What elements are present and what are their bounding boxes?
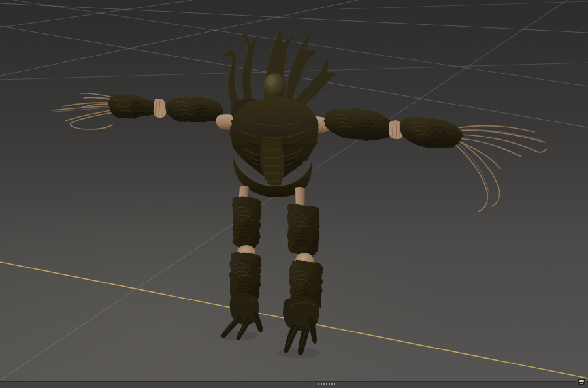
- left-forearm-fur: [108, 94, 156, 118]
- right-leg[interactable]: [283, 187, 323, 355]
- viewport-watermark-icon: [577, 378, 586, 385]
- left-thigh-fur: [232, 197, 261, 248]
- watermark-glyph-base: [580, 383, 583, 384]
- left-foot: [221, 293, 263, 340]
- left-upperarm-fur: [166, 97, 223, 122]
- left-leg[interactable]: [221, 186, 263, 340]
- watermark-glyph: [579, 380, 584, 382]
- right-forearm-fur-1: [324, 108, 395, 140]
- right-arm[interactable]: [295, 108, 546, 212]
- creature-model[interactable]: [0, 0, 588, 388]
- status-dots: [318, 383, 335, 385]
- right-foot: [283, 297, 319, 355]
- bottom-band: [0, 381, 588, 388]
- left-arm[interactable]: [52, 93, 241, 130]
- right-thigh-fur: [287, 204, 320, 256]
- 3d-viewport[interactable]: [0, 0, 588, 388]
- abdomen-column: [260, 138, 284, 190]
- right-forearm-fur-2: [400, 117, 463, 148]
- right-hand-wisps: [455, 126, 546, 212]
